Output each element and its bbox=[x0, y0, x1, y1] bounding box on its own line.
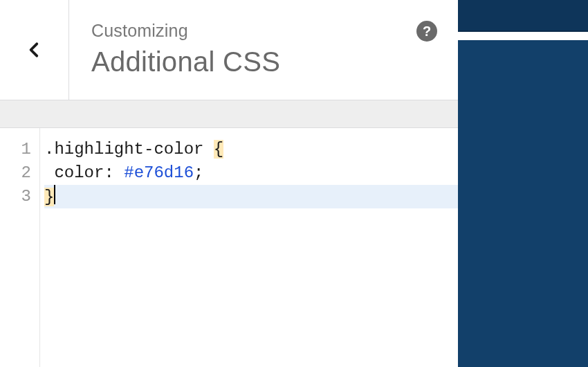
header-title: Additional CSS bbox=[91, 46, 436, 78]
preview-body bbox=[458, 40, 588, 367]
help-icon: ? bbox=[423, 24, 431, 39]
preview-topbar bbox=[458, 0, 588, 32]
code-line[interactable]: } bbox=[44, 185, 458, 208]
header-eyebrow: Customizing bbox=[91, 21, 436, 41]
customizer-panel: Customizing Additional CSS ? 1 2 3 .high… bbox=[0, 0, 458, 367]
line-number: 1 bbox=[0, 138, 39, 161]
code-area[interactable]: .highlight-color { color: #e76d16;} bbox=[40, 128, 458, 367]
chevron-left-icon bbox=[26, 41, 44, 59]
site-preview[interactable] bbox=[458, 0, 588, 367]
help-button[interactable]: ? bbox=[416, 21, 437, 42]
code-token: : bbox=[104, 163, 124, 182]
spacer-bar bbox=[0, 100, 458, 128]
code-token: } bbox=[44, 188, 54, 206]
panel-header: Customizing Additional CSS ? bbox=[0, 0, 458, 100]
code-line[interactable]: color: #e76d16; bbox=[44, 161, 458, 185]
back-button[interactable] bbox=[0, 0, 69, 100]
code-token: { bbox=[214, 140, 223, 159]
code-token: color bbox=[44, 163, 104, 182]
line-number: 2 bbox=[0, 161, 39, 185]
preview-gap bbox=[458, 32, 588, 40]
line-number-gutter: 1 2 3 bbox=[0, 128, 40, 367]
code-token: .highlight-color bbox=[44, 140, 214, 159]
header-titles: Customizing Additional CSS ? bbox=[69, 0, 458, 100]
css-editor[interactable]: 1 2 3 .highlight-color { color: #e76d16;… bbox=[0, 128, 458, 367]
code-token: #e76d16 bbox=[124, 163, 194, 182]
code-line[interactable]: .highlight-color { bbox=[44, 138, 458, 161]
code-token: ; bbox=[194, 163, 203, 182]
line-number: 3 bbox=[0, 185, 39, 208]
text-cursor bbox=[54, 185, 55, 204]
